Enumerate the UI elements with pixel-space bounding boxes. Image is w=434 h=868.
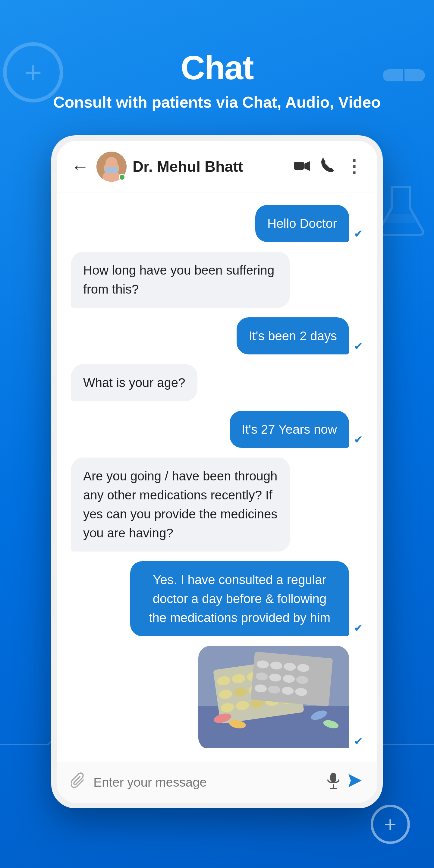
- svg-rect-7: [294, 162, 304, 170]
- message-text: Yes. I have consulted a regular doctor a…: [149, 572, 330, 625]
- message-text: How long have you been suffering from th…: [83, 263, 274, 296]
- received-bubble: How long have you been suffering from th…: [71, 252, 290, 308]
- message-row: ✔ Yes. I have consulted a regular doctor…: [71, 561, 363, 636]
- sent-bubble: Hello Doctor: [255, 205, 349, 242]
- message-row: ✔ It's 27 Years now: [71, 411, 363, 448]
- chat-header: ← Dr. Mehul: [57, 141, 377, 193]
- check-icon: ✔: [354, 433, 363, 446]
- chat-input-area: [57, 762, 377, 803]
- message-row: What is your age?: [71, 364, 363, 401]
- back-button[interactable]: ←: [71, 156, 89, 177]
- svg-marker-8: [304, 161, 310, 171]
- image-bubble: [198, 646, 349, 749]
- svg-rect-44: [330, 773, 336, 782]
- message-text: Are you going / have been through any ot…: [83, 469, 277, 540]
- sent-bubble: Yes. I have consulted a regular doctor a…: [130, 561, 349, 636]
- check-icon: ✔: [354, 622, 363, 634]
- received-bubble: What is your age?: [71, 364, 197, 401]
- more-options-button[interactable]: ⋮: [345, 162, 363, 171]
- message-row: ✔ It's been 2 days: [71, 317, 363, 354]
- fab-plus-button[interactable]: +: [371, 805, 410, 844]
- message-text: It's been 2 days: [249, 329, 337, 343]
- message-text: It's 27 Years now: [242, 422, 337, 436]
- online-indicator: [119, 174, 125, 181]
- video-call-button[interactable]: [294, 158, 310, 176]
- avatar-wrap: [96, 152, 127, 182]
- sent-bubble: It's been 2 days: [237, 317, 349, 354]
- doctor-name: Dr. Mehul Bhatt: [133, 158, 294, 176]
- message-row: ✔ Hello Doctor: [71, 205, 363, 242]
- received-bubble: Are you going / have been through any ot…: [71, 458, 290, 552]
- audio-call-button[interactable]: [321, 157, 334, 176]
- check-icon: ✔: [354, 227, 363, 240]
- message-text: Hello Doctor: [267, 216, 337, 230]
- phone-frame: ← Dr. Mehul: [51, 135, 383, 808]
- message-text: What is your age?: [83, 375, 185, 390]
- chat-body: ✔ Hello Doctor How long have you been su…: [57, 193, 377, 762]
- attach-button[interactable]: [71, 772, 86, 793]
- check-icon: ✔: [354, 340, 363, 352]
- message-row: ✔: [71, 646, 363, 749]
- medicine-image: [198, 646, 349, 748]
- phone-mockup: ← Dr. Mehul: [51, 135, 383, 808]
- message-input[interactable]: [93, 775, 319, 789]
- message-row: How long have you been suffering from th…: [71, 252, 363, 308]
- page-title: Chat: [181, 48, 253, 87]
- header-actions: ⋮: [294, 157, 363, 176]
- message-row: Are you going / have been through any ot…: [71, 458, 363, 552]
- mic-button[interactable]: [327, 772, 340, 793]
- check-icon: ✔: [354, 735, 363, 748]
- page-subtitle: Consult with patients via Chat, Audio, V…: [53, 93, 381, 111]
- send-button[interactable]: [347, 773, 363, 792]
- phone-screen: ← Dr. Mehul: [57, 141, 377, 803]
- sent-bubble: It's 27 Years now: [230, 411, 349, 448]
- svg-rect-6: [105, 167, 118, 173]
- svg-marker-47: [348, 774, 362, 787]
- bg-pill-icon: [380, 60, 428, 90]
